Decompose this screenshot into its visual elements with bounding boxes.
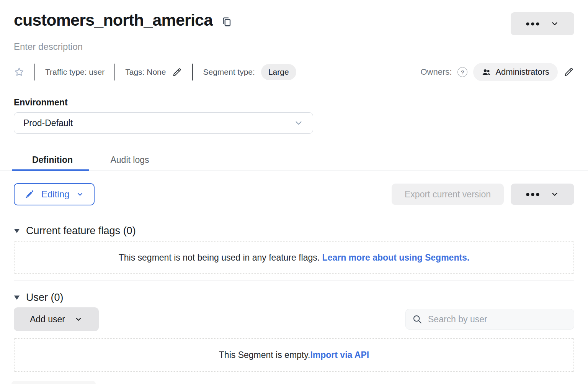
segment-type-badge: Large	[261, 64, 296, 80]
segment-detail-page: customers_north_america Enter descriptio…	[0, 0, 588, 384]
meta-left: Traffic type: user Tags: None Segment ty…	[14, 64, 420, 80]
page-header: customers_north_america	[14, 0, 574, 35]
user-section-header[interactable]: User (0)	[14, 292, 64, 304]
feature-flags-section-title: Current feature flags (0)	[26, 225, 136, 237]
ellipsis-icon	[526, 22, 540, 26]
search-icon	[412, 314, 422, 324]
tags-item: Tags: None	[125, 67, 182, 77]
user-section-title: User (0)	[26, 292, 64, 304]
cutoff-element	[11, 381, 96, 384]
user-empty-message: This Segment is empty.	[219, 350, 310, 360]
meta-separator	[34, 64, 35, 80]
people-icon	[482, 67, 491, 77]
help-icon: ?	[461, 69, 464, 75]
feature-flags-section-header[interactable]: Current feature flags (0)	[14, 225, 136, 237]
favorite-star-button[interactable]	[14, 67, 24, 77]
divider	[14, 211, 574, 211]
tags-label: Tags: None	[125, 67, 166, 77]
tab-audit-logs[interactable]: Audit logs	[91, 147, 168, 171]
pencil-filled-icon	[24, 189, 34, 199]
add-user-button[interactable]: Add user	[14, 307, 99, 331]
description-placeholder[interactable]: Enter description	[14, 41, 574, 52]
owners-help-button[interactable]: ?	[457, 67, 467, 77]
chevron-down-icon	[550, 20, 559, 28]
title-wrap: customers_north_america	[14, 11, 232, 30]
edit-owners-button[interactable]	[564, 67, 574, 77]
learn-more-segments-link[interactable]: Learn more about using Segments.	[322, 253, 470, 263]
owners-pill[interactable]: Administrators	[473, 63, 558, 81]
edit-pencil-icon	[564, 67, 574, 77]
traffic-type-label: Traffic type: user	[45, 67, 105, 77]
user-toolbar: Add user	[14, 307, 574, 331]
segment-type-item: Segment type: Large	[203, 64, 296, 80]
copy-name-button[interactable]	[221, 16, 232, 28]
add-user-label: Add user	[30, 314, 65, 325]
toolbar-right: Export current version	[392, 184, 574, 205]
user-search-box	[405, 309, 574, 330]
editing-label: Editing	[41, 189, 69, 200]
page-title: customers_north_america	[14, 11, 212, 30]
chevron-down-icon	[74, 315, 83, 323]
user-empty-box: This Segment is empty. Import via API	[14, 338, 574, 372]
definition-more-actions-button[interactable]	[511, 184, 574, 205]
meta-separator	[114, 64, 115, 80]
collapse-triangle-icon	[14, 295, 20, 300]
editing-mode-button[interactable]: Editing	[14, 183, 95, 205]
owners-value: Administrators	[495, 67, 549, 77]
edit-pencil-icon	[172, 67, 182, 77]
meta-separator	[192, 64, 193, 80]
environment-label: Environment	[14, 97, 574, 108]
environment-select[interactable]: Prod-Default	[14, 112, 313, 134]
collapse-triangle-icon	[14, 228, 20, 233]
import-via-api-link[interactable]: Import via API	[310, 350, 369, 360]
divider	[14, 281, 574, 281]
chevron-down-icon	[294, 118, 304, 128]
segment-type-label: Segment type:	[203, 67, 255, 77]
owners-label: Owners:	[420, 67, 452, 77]
environment-selected-value: Prod-Default	[23, 118, 73, 128]
segment-more-actions-button[interactable]	[511, 12, 574, 35]
tab-bar: Definition Audit logs	[14, 147, 574, 171]
chevron-down-icon	[550, 190, 559, 199]
export-current-version-button[interactable]: Export current version	[392, 184, 504, 205]
tab-definition[interactable]: Definition	[14, 147, 91, 171]
search-by-user-input[interactable]	[427, 314, 567, 325]
ellipsis-icon	[526, 193, 540, 196]
meta-row: Traffic type: user Tags: None Segment ty…	[14, 63, 574, 81]
star-icon	[14, 67, 24, 77]
chevron-down-icon	[76, 190, 84, 198]
owners-group: Owners: ? Administrators	[420, 63, 574, 81]
edit-tags-button[interactable]	[172, 67, 182, 77]
copy-icon	[221, 16, 232, 28]
feature-flags-empty-message: This segment is not being used in any fe…	[119, 253, 322, 263]
feature-flags-empty-box: This segment is not being used in any fe…	[14, 241, 574, 274]
definition-toolbar: Editing Export current version	[14, 183, 574, 205]
